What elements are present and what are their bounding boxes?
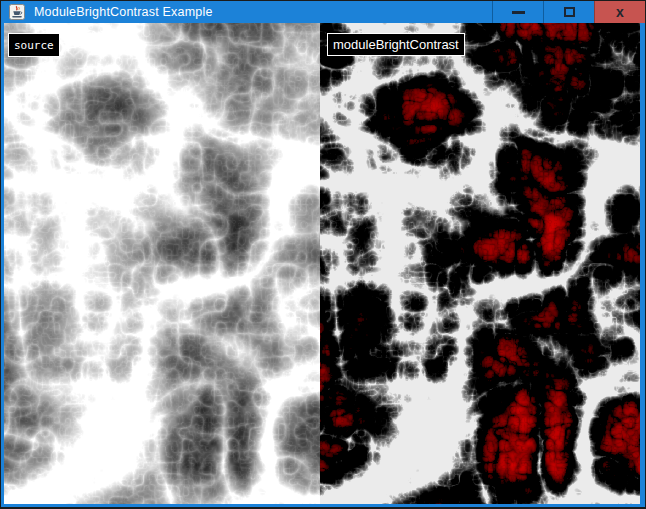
minimize-icon: [512, 11, 525, 14]
source-image: [4, 23, 320, 504]
source-label: source: [8, 33, 60, 57]
java-app-icon: [9, 4, 25, 20]
module-bright-contrast-image: [320, 23, 640, 504]
app-window: ModuleBrightContrast Example x source mo…: [0, 0, 646, 509]
module-bright-contrast-label: moduleBrightContrast: [327, 33, 465, 56]
maximize-button[interactable]: [543, 1, 594, 23]
image-grid: source moduleBrightContrast: [4, 23, 640, 504]
maximize-icon: [564, 7, 575, 17]
minimize-button[interactable]: [492, 1, 543, 23]
panel-source: source: [4, 23, 320, 504]
window-title: ModuleBrightContrast Example: [34, 5, 213, 19]
close-button[interactable]: x: [594, 1, 645, 23]
titlebar[interactable]: ModuleBrightContrast Example x: [1, 1, 645, 23]
close-icon: x: [616, 5, 624, 19]
panel-module-bright-contrast: moduleBrightContrast: [320, 23, 640, 504]
window-controls: x: [492, 1, 645, 23]
